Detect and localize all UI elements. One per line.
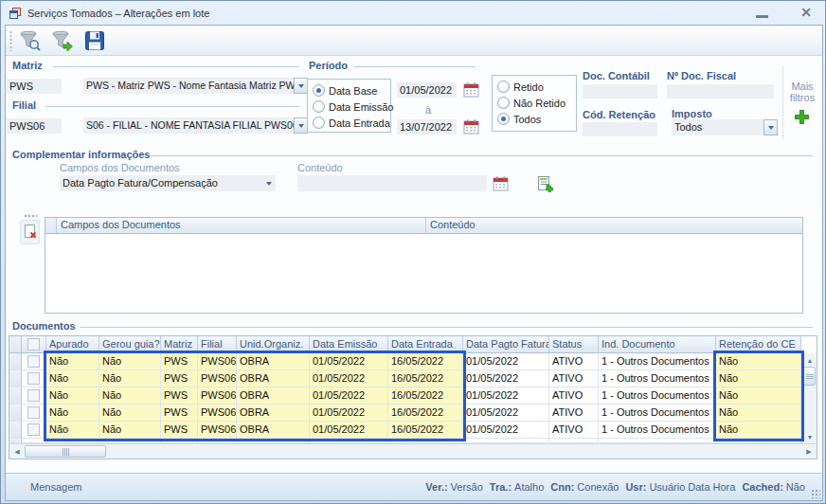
row-indicator[interactable]: [9, 405, 22, 422]
column-header-retencao_ce[interactable]: Retenção do CE: [716, 336, 801, 353]
cell-status[interactable]: ATIVO: [549, 405, 599, 422]
cell-data_pagto_fatura[interactable]: 01/05/2022: [463, 422, 549, 439]
cell-filial[interactable]: PWS06: [198, 387, 237, 405]
cell-apurado[interactable]: Não: [46, 370, 99, 387]
cell-matriz[interactable]: PWS: [161, 387, 198, 405]
title-bar[interactable]: Serviços Tomados – Alterações em lote ✕: [1, 1, 825, 25]
campos-documentos-dropdown-button[interactable]: [262, 175, 276, 191]
radio-data-emissao[interactable]: Data Emissão: [313, 99, 390, 115]
cell-data_entrada[interactable]: 16/05/2022: [388, 370, 463, 387]
column-header-ind_documento[interactable]: Ind. Documento: [599, 336, 716, 353]
panel-grip[interactable]: [24, 214, 37, 218]
cell-status[interactable]: ATIVO: [549, 422, 599, 439]
cell-data_pagto_fatura[interactable]: 01/05/2022: [463, 370, 549, 387]
cell-unid_organiz[interactable]: OBRA: [237, 387, 310, 405]
table-row[interactable]: NãoNãoPWSPWS06OBRA01/05/202216/05/202201…: [9, 353, 817, 370]
cell-unid_organiz[interactable]: OBRA: [237, 353, 310, 370]
row-indicator[interactable]: [9, 370, 22, 387]
horizontal-scroll-thumb[interactable]: [25, 445, 106, 458]
cell-gerou_guia[interactable]: Não: [99, 387, 161, 405]
cell-ind_documento[interactable]: 1 - Outros Documentos: [599, 405, 716, 422]
cell-retencao_ce[interactable]: Não: [716, 422, 801, 439]
cell-data_pagto_fatura[interactable]: 01/05/2022: [463, 405, 549, 422]
vertical-scroll-track[interactable]: [802, 386, 817, 430]
row-checkbox[interactable]: [27, 423, 40, 436]
mais-filtros-button[interactable]: [794, 109, 810, 125]
cell-matriz[interactable]: PWS: [161, 422, 198, 439]
cell-data_entrada[interactable]: 16/05/2022: [388, 405, 463, 422]
row-checkbox[interactable]: [27, 372, 40, 385]
row-checkbox-cell[interactable]: [22, 353, 46, 370]
cell-gerou_guia[interactable]: Não: [99, 353, 161, 370]
row-checkbox-cell[interactable]: [22, 405, 46, 422]
cell-matriz[interactable]: PWS: [161, 353, 198, 370]
cell-data_emissao[interactable]: 01/05/2022: [310, 422, 388, 439]
cell-ind_documento[interactable]: 1 - Outros Documentos: [599, 353, 716, 370]
cell-status[interactable]: ATIVO: [549, 387, 599, 405]
scroll-down-button[interactable]: ▼: [802, 430, 817, 443]
filter-conditions-grid[interactable]: Campos dos Documentos Conteúdo: [45, 217, 803, 314]
cell-data_emissao[interactable]: 01/05/2022: [310, 353, 388, 370]
cell-filial[interactable]: PWS06: [198, 422, 237, 439]
row-indicator[interactable]: [9, 353, 22, 370]
doc-contabil-field[interactable]: [583, 84, 657, 99]
column-header-data_pagto_fatura[interactable]: Data Pagto Fatura: [463, 336, 549, 353]
radio-nao-retido[interactable]: Não Retido: [497, 95, 576, 111]
date-start-field[interactable]: 01/05/2022: [397, 82, 457, 98]
cell-data_pagto_fatura[interactable]: 01/05/2022: [463, 353, 549, 370]
cell-data_entrada[interactable]: 16/05/2022: [388, 387, 463, 405]
filter-apply-button[interactable]: [50, 28, 75, 53]
row-indicator[interactable]: [9, 387, 22, 405]
cell-matriz[interactable]: PWS: [161, 405, 198, 422]
imposto-combo[interactable]: Todos: [672, 119, 778, 135]
radio-data-base[interactable]: Data Base: [313, 82, 390, 99]
matriz-combo[interactable]: PWS - Matriz PWS - Nome Fantasia Matriz …: [83, 78, 308, 94]
column-header-data_entrada[interactable]: Data Entrada: [388, 336, 463, 353]
matriz-code-field[interactable]: PWS: [7, 79, 62, 94]
horizontal-scroll-track[interactable]: [106, 444, 801, 459]
cell-ind_documento[interactable]: 1 - Outros Documentos: [599, 370, 716, 387]
table-row[interactable]: NãoNãoPWSPWS06OBRA01/05/202216/05/202201…: [9, 370, 817, 387]
select-all-header-cell[interactable]: [22, 336, 46, 353]
table-row[interactable]: NãoNãoPWSPWS06OBRA01/05/202216/05/202201…: [9, 405, 817, 422]
filial-code-field[interactable]: PWS06: [7, 118, 62, 134]
close-button[interactable]: ✕: [800, 4, 812, 21]
cell-apurado[interactable]: Não: [46, 405, 99, 422]
date-end-calendar-button[interactable]: [463, 118, 479, 135]
table-row[interactable]: NãoNãoPWSPWS06OBRA01/05/202216/05/202201…: [9, 387, 817, 405]
horizontal-scrollbar[interactable]: ◀ ▶: [9, 443, 817, 459]
radio-data-entrada[interactable]: Data Entrada: [313, 115, 390, 131]
cell-apurado[interactable]: Não: [46, 387, 99, 405]
cell-filial[interactable]: PWS06: [198, 353, 237, 370]
cod-retencao-field[interactable]: [583, 122, 657, 136]
date-end-field[interactable]: 13/07/2022: [397, 119, 457, 135]
filial-combo-dropdown-button[interactable]: [294, 117, 308, 134]
cell-unid_organiz[interactable]: OBRA: [237, 405, 310, 422]
select-all-checkbox[interactable]: [27, 338, 40, 351]
filter-grid-col-campos[interactable]: Campos dos Documentos: [57, 218, 426, 234]
toolbar-grip[interactable]: [9, 30, 12, 51]
column-header-unid_organiz[interactable]: Unid.Organiz.: [237, 336, 310, 353]
scroll-right-button[interactable]: ▶: [801, 444, 817, 459]
row-checkbox-cell[interactable]: [22, 387, 46, 405]
column-header-status[interactable]: Status: [549, 336, 599, 353]
save-button[interactable]: [82, 28, 107, 53]
cell-retencao_ce[interactable]: Não: [716, 353, 801, 370]
scroll-up-button[interactable]: ▲: [802, 353, 817, 367]
cell-filial[interactable]: PWS06: [198, 370, 237, 387]
scroll-left-button[interactable]: ◀: [9, 444, 25, 459]
table-row[interactable]: NãoNãoPWSPWS06OBRA01/05/202216/05/202201…: [9, 422, 817, 439]
conteudo-field[interactable]: [297, 175, 487, 191]
filial-combo[interactable]: S06 - FILIAL - NOME FANTASIA FILIAL PWS0…: [83, 117, 308, 134]
filter-search-button[interactable]: [18, 28, 43, 53]
cell-data_emissao[interactable]: 01/05/2022: [310, 387, 388, 405]
cell-status[interactable]: ATIVO: [549, 370, 599, 387]
cell-retencao_ce[interactable]: Não: [716, 370, 801, 387]
column-header-apurado[interactable]: Apurado: [46, 336, 99, 353]
column-header-data_emissao[interactable]: Data Emissão: [310, 336, 388, 353]
cell-status[interactable]: ATIVO: [549, 353, 599, 370]
minimize-button[interactable]: [756, 7, 768, 18]
cell-ind_documento[interactable]: 1 - Outros Documentos: [599, 387, 716, 405]
cell-data_emissao[interactable]: 01/05/2022: [310, 405, 388, 422]
cell-apurado[interactable]: Não: [46, 422, 99, 439]
